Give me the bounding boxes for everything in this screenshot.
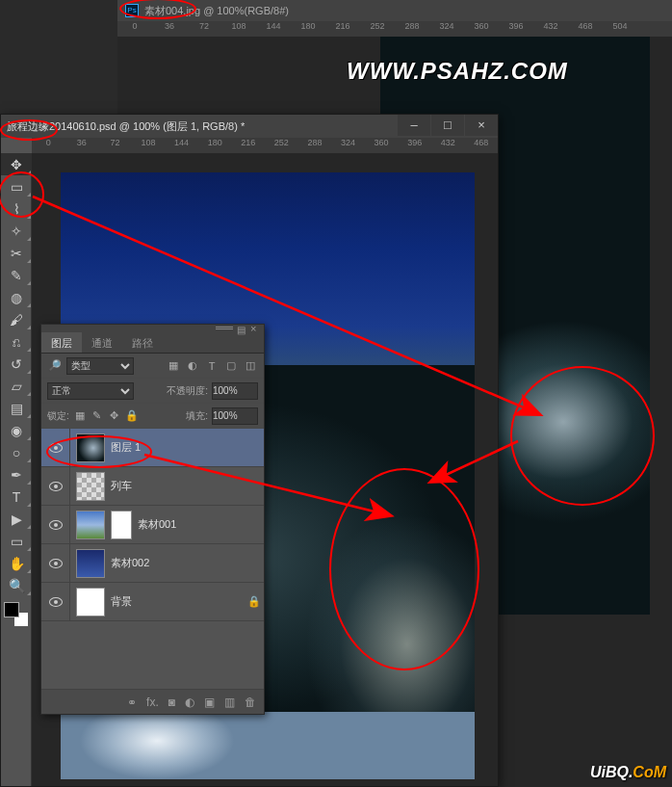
eye-icon: [49, 559, 63, 568]
maximize-button[interactable]: □: [431, 115, 464, 136]
layer-name[interactable]: 素材002: [111, 556, 264, 570]
layer-row[interactable]: 背景🔒: [41, 583, 264, 621]
clone-stamp-tool[interactable]: ⎌: [1, 330, 32, 353]
lasso-tool[interactable]: ⌇: [1, 197, 32, 220]
hand-tool-icon: ✋: [9, 556, 25, 571]
shape-tool[interactable]: ▭: [1, 530, 32, 552]
delete-layer-icon[interactable]: 🗑: [245, 695, 256, 709]
panel-footer: ⚭ fx. ◙ ◐ ▣ ▥ 🗑: [41, 689, 264, 714]
fx-icon[interactable]: fx.: [146, 695, 159, 709]
layer-row[interactable]: 图层 1: [41, 429, 264, 467]
lock-label: 锁定:: [47, 409, 69, 423]
adjustment-icon[interactable]: ◐: [185, 695, 194, 709]
brush-tool[interactable]: 🖌: [1, 308, 32, 330]
panel-dragbar[interactable]: ▤ ×: [41, 325, 264, 332]
layer-name[interactable]: 背景: [111, 594, 245, 609]
healing-brush-tool[interactable]: ◍: [1, 286, 32, 308]
zoom-tool-icon: 🔍: [9, 578, 25, 593]
blur-tool[interactable]: ◉: [1, 419, 32, 441]
filter-type-icon[interactable]: T: [204, 358, 220, 374]
visibility-toggle[interactable]: [41, 506, 70, 544]
layer-row[interactable]: 素材002: [41, 544, 264, 583]
gradient-tool[interactable]: ▤: [1, 397, 32, 419]
close-button[interactable]: ×: [465, 115, 498, 136]
fill-label: 填充:: [186, 409, 208, 423]
panel-close-icon[interactable]: ×: [250, 323, 262, 334]
layer-thumbnail[interactable]: [76, 472, 105, 501]
mask-icon[interactable]: ◙: [168, 695, 175, 709]
crop-tool[interactable]: ✂: [1, 242, 32, 264]
filter-search-icon[interactable]: 🔎: [47, 358, 63, 374]
color-swatch[interactable]: [4, 602, 29, 627]
layer-mask-thumbnail[interactable]: [111, 511, 132, 539]
layer-name[interactable]: 图层 1: [111, 440, 264, 455]
layer-thumbnail[interactable]: [76, 511, 105, 539]
visibility-toggle[interactable]: [41, 429, 70, 467]
layer-thumbnail[interactable]: [76, 588, 105, 616]
move-tool[interactable]: ✥: [1, 153, 32, 175]
filter-row: 🔎 类型 ▦ ◐ T ▢ ◫: [41, 354, 264, 379]
eye-icon: [49, 520, 63, 530]
path-select-tool[interactable]: ▶: [1, 508, 32, 530]
hand-tool[interactable]: ✋: [1, 552, 32, 574]
lock-position-icon[interactable]: ✥: [108, 409, 121, 422]
layer-list: 图层 1列车素材001素材002背景🔒: [41, 429, 264, 621]
tab-channels[interactable]: 通道: [82, 332, 122, 353]
marquee-tool-icon: ▭: [11, 179, 23, 195]
layers-panel[interactable]: ▤ × 图层 通道 路径 🔎 类型 ▦ ◐ T ▢ ◫ 正常 不透明度: 锁定:…: [40, 324, 265, 715]
eye-icon: [49, 443, 63, 453]
panel-tabs: 图层 通道 路径: [41, 332, 264, 354]
document-titlebar[interactable]: 旅程边缘20140610.psd @ 100% (图层 1, RGB/8) * …: [1, 115, 498, 138]
magic-wand-tool-icon: ✧: [11, 223, 22, 239]
visibility-toggle[interactable]: [41, 583, 70, 621]
new-layer-icon[interactable]: ▥: [224, 695, 235, 709]
type-tool-icon: T: [13, 489, 21, 505]
crop-tool-icon: ✂: [11, 246, 22, 261]
layer-thumbnail[interactable]: [76, 549, 105, 578]
eyedropper-tool[interactable]: ✎: [1, 264, 32, 286]
eraser-tool[interactable]: ▱: [1, 375, 32, 397]
filter-type-select[interactable]: 类型: [66, 357, 134, 375]
lock-brush-icon[interactable]: ✎: [90, 409, 104, 422]
fill-input[interactable]: [212, 407, 258, 425]
magic-wand-tool[interactable]: ✧: [1, 220, 32, 242]
clouds-region: [61, 712, 475, 779]
layer-name[interactable]: 列车: [111, 479, 264, 493]
gradient-tool-icon: ▤: [11, 401, 23, 416]
panel-menu-icon[interactable]: ▤: [237, 325, 248, 335]
path-select-tool-icon: ▶: [12, 512, 22, 527]
filter-smart-icon[interactable]: ◫: [243, 358, 258, 374]
layer-name[interactable]: 素材001: [138, 517, 264, 532]
group-icon[interactable]: ▣: [204, 695, 215, 709]
dodge-tool-icon: ○: [13, 445, 20, 460]
opacity-input[interactable]: [212, 382, 258, 400]
filter-adjust-icon[interactable]: ◐: [185, 358, 200, 374]
tab-layers[interactable]: 图层: [41, 332, 82, 353]
lock-all-icon[interactable]: 🔒: [125, 409, 139, 422]
minimize-button[interactable]: –: [398, 115, 430, 136]
filter-shape-icon[interactable]: ▢: [223, 358, 239, 374]
layer-row[interactable]: 素材001: [41, 506, 264, 544]
type-tool[interactable]: T: [1, 485, 32, 508]
foreground-color-swatch[interactable]: [4, 602, 19, 617]
blend-mode-select[interactable]: 正常: [47, 382, 134, 400]
lock-pixels-icon[interactable]: ▦: [73, 409, 87, 422]
uibq-watermark: UiBQ.CoM: [590, 764, 666, 781]
background-window-tab[interactable]: Ps 素材004.jpg @ 100%(RGB/8#): [117, 0, 672, 21]
marquee-tool[interactable]: ▭: [1, 175, 32, 197]
visibility-toggle[interactable]: [41, 544, 70, 583]
zoom-tool[interactable]: 🔍: [1, 574, 32, 596]
tab-paths[interactable]: 路径: [122, 332, 163, 353]
link-layers-icon[interactable]: ⚭: [127, 695, 137, 709]
history-brush-tool[interactable]: ↺: [1, 353, 32, 375]
pen-tool-icon: ✒: [11, 467, 22, 483]
pen-tool[interactable]: ✒: [1, 463, 32, 485]
layer-thumbnail[interactable]: [76, 433, 105, 462]
visibility-toggle[interactable]: [41, 467, 70, 506]
filter-pixel-icon[interactable]: ▦: [166, 358, 181, 374]
healing-brush-tool-icon: ◍: [11, 290, 22, 305]
dodge-tool[interactable]: ○: [1, 441, 32, 463]
panel-empty-area[interactable]: [41, 621, 264, 689]
panel-grip-icon: [216, 327, 233, 330]
layer-row[interactable]: 列车: [41, 467, 264, 506]
